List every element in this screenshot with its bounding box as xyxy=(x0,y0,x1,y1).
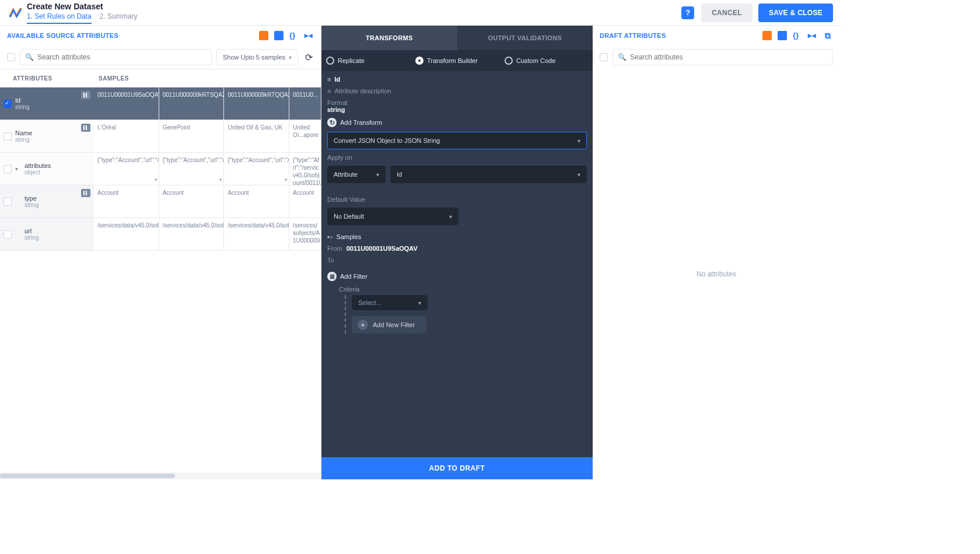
sample-from-label: From xyxy=(327,245,342,252)
row-checkbox[interactable] xyxy=(4,198,12,206)
add-new-filter-button[interactable]: +Add New Filter xyxy=(352,316,426,334)
default-value-select[interactable]: No Default▾ xyxy=(327,208,459,225)
search-input-wrapper: 🔍 xyxy=(20,49,212,65)
samples-column: 0011U00001U9SaOQAV 0011U000009kRTSQA2 00… xyxy=(94,87,321,251)
format-value: string xyxy=(327,106,587,113)
add-filter-icon: ≣ xyxy=(327,272,337,281)
view-json-icon[interactable]: {} xyxy=(792,30,803,41)
sample-row: {"type":"Account","url":"/services/data/… xyxy=(94,153,321,185)
criteria-select[interactable]: Select...▾ xyxy=(352,295,428,310)
transform-value: Convert JSON Object to JSON String xyxy=(334,137,440,144)
cell-dropdown-icon[interactable]: ▾ xyxy=(285,177,288,184)
search-attributes-input[interactable] xyxy=(37,53,206,61)
chevron-down-icon: ▾ xyxy=(376,171,379,178)
draft-attributes-panel: DRAFT ATTRIBUTES {} ▸◂ ⧉ 🔍 No attributes xyxy=(593,26,840,479)
help-button[interactable]: ? xyxy=(681,6,694,19)
attribute-row-type[interactable]: typestring xyxy=(0,185,94,218)
tab-transforms[interactable]: TRANSFORMS xyxy=(321,26,457,50)
mode-custom-code[interactable]: Custom Code xyxy=(505,57,588,65)
sample-to-label: To xyxy=(327,257,334,264)
attr-name: Id xyxy=(15,97,29,104)
attribute-row-url[interactable]: urlstring xyxy=(0,218,94,251)
chevron-down-icon: ▾ xyxy=(578,138,580,144)
mode-replicate[interactable]: Replicate xyxy=(326,57,410,65)
apply-type-select[interactable]: Attribute▾ xyxy=(327,166,386,183)
add-new-filter-label: Add New Filter xyxy=(373,321,415,328)
sample-count-select[interactable]: Show Upto 5 samples ▾ xyxy=(216,49,298,65)
attr-type: object xyxy=(24,169,51,176)
row-checkbox[interactable] xyxy=(4,230,12,239)
row-checkbox[interactable] xyxy=(4,100,12,108)
mode-transform-builder[interactable]: Transform Builder xyxy=(415,57,499,65)
add-to-draft-button[interactable]: ADD TO DRAFT xyxy=(321,457,593,479)
select-all-draft-checkbox[interactable] xyxy=(600,53,608,61)
save-view-icon[interactable]: ▸◂ xyxy=(807,30,818,41)
sample-count-label: Show Upto 5 samples xyxy=(223,54,285,61)
sample-cell: Account xyxy=(289,185,321,218)
save-close-button[interactable]: SAVE & CLOSE xyxy=(758,3,833,22)
sample-cell: {"type":"Account","url":"/services/data/… xyxy=(94,153,159,185)
attribute-row-id[interactable]: Idstring xyxy=(0,87,94,120)
transforms-panel: TRANSFORMS OUTPUT VALIDATIONS Replicate … xyxy=(321,26,593,479)
cell-dropdown-icon[interactable]: ▾ xyxy=(155,177,158,184)
view-list-icon[interactable] xyxy=(762,30,772,41)
mode-label: Custom Code xyxy=(516,57,555,64)
sample-cell: GenePoint xyxy=(159,120,225,152)
expand-caret-icon[interactable]: ▾ xyxy=(15,166,21,172)
draft-attributes-title: DRAFT ATTRIBUTES xyxy=(600,32,666,39)
chevron-down-icon: ▾ xyxy=(578,171,580,178)
sample-cell: /services/ sobjects/A 1U000009 xyxy=(289,218,321,250)
search-icon: 🔍 xyxy=(25,53,34,61)
chevron-down-icon: ▾ xyxy=(289,54,292,61)
save-view-icon[interactable]: ▸◂ xyxy=(304,30,314,41)
histogram-icon[interactable] xyxy=(81,189,90,197)
horizontal-scrollbar[interactable] xyxy=(0,472,321,479)
sample-from-value: 0011U00001U9SaOQAV xyxy=(346,245,418,252)
app-logo xyxy=(7,5,23,21)
attr-name: attributes xyxy=(24,162,51,169)
step-2[interactable]: 2. Summary xyxy=(100,12,138,24)
tab-output-validations[interactable]: OUTPUT VALIDATIONS xyxy=(457,26,593,50)
view-grid-icon[interactable] xyxy=(274,30,284,41)
attribute-row-name[interactable]: Namestring xyxy=(0,120,94,153)
sample-row: L'Oréal GenePoint United Oil & Gas, UK U… xyxy=(94,120,321,153)
page-header: Create New Dataset 1. Set Rules on Data … xyxy=(0,0,840,26)
copy-icon[interactable]: ⧉ xyxy=(822,30,833,41)
chevron-down-icon: ▾ xyxy=(449,213,452,220)
row-checkbox[interactable] xyxy=(4,132,12,141)
transform-select[interactable]: Convert JSON Object to JSON String▾ xyxy=(327,132,587,149)
apply-on-label: Apply on xyxy=(327,154,587,161)
select-all-checkbox[interactable] xyxy=(7,53,15,61)
edit-desc-icon: ≡ xyxy=(327,87,331,94)
view-list-icon[interactable] xyxy=(258,30,269,41)
attribute-row-attributes[interactable]: ▾ attributesobject xyxy=(0,153,94,185)
sample-cell: /services/data/v45.0/sobjects/Account/00… xyxy=(159,218,225,250)
cancel-button[interactable]: CANCEL xyxy=(701,3,752,22)
refresh-button[interactable]: ⟳ xyxy=(303,51,314,63)
attr-type: string xyxy=(15,136,32,143)
attr-name: type xyxy=(24,195,38,202)
sample-row: /services/data/v45.0/sobjects/Account/00… xyxy=(94,218,321,251)
attr-type: string xyxy=(15,104,29,110)
default-value: No Default xyxy=(334,213,364,220)
column-header-attributes: ATTRIBUTES xyxy=(0,75,94,82)
sample-cell: {"type":"Account","url":"/services/data/… xyxy=(224,153,289,185)
view-json-icon[interactable]: {} xyxy=(289,30,299,41)
view-grid-icon[interactable] xyxy=(777,30,788,41)
attribute-name-value: Id xyxy=(334,76,340,83)
cell-dropdown-icon[interactable]: ▾ xyxy=(219,177,222,184)
row-checkbox[interactable] xyxy=(4,165,12,173)
sample-row: Account Account Account Account xyxy=(94,185,321,218)
page-title: Create New Dataset xyxy=(27,2,137,11)
histogram-icon[interactable] xyxy=(81,91,90,99)
attribute-desc-placeholder[interactable]: Attribute description xyxy=(334,87,391,94)
sample-cell: 0011U00001U9SaOQAV xyxy=(94,87,159,120)
search-draft-input[interactable] xyxy=(630,53,828,61)
sample-row: 0011U00001U9SaOQAV 0011U000009kRTSQA2 00… xyxy=(94,87,321,120)
sample-cell: Account xyxy=(159,185,225,218)
apply-target-value: Id xyxy=(397,171,402,178)
header-title-block: Create New Dataset 1. Set Rules on Data … xyxy=(27,2,137,24)
step-1[interactable]: 1. Set Rules on Data xyxy=(27,12,92,24)
apply-target-select[interactable]: Id▾ xyxy=(390,166,587,183)
histogram-icon[interactable] xyxy=(81,124,90,132)
